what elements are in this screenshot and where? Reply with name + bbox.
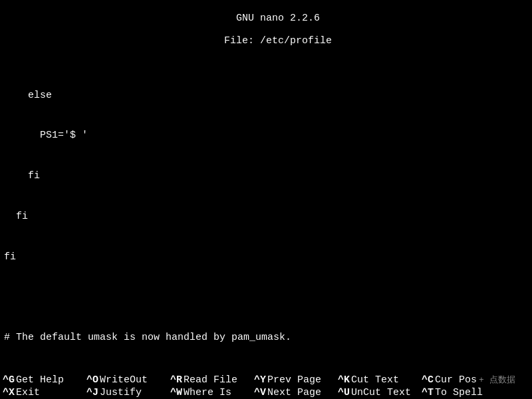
shortcut-next-page[interactable]: ^V Next Page — [254, 387, 334, 398]
shortcut-where-is[interactable]: ^W Where Is — [170, 387, 250, 398]
shortcut-key-c: ^C — [422, 374, 434, 386]
shortcut-read-file[interactable]: ^R Read File — [170, 374, 250, 386]
shortcut-row-2: ^X Exit ^J Justify ^W Where Is ^V Next P… — [0, 386, 532, 399]
shortcut-label-next-page: Next Page — [267, 387, 321, 398]
shortcut-cur-pos[interactable]: ^C Cur Pos — [422, 374, 475, 386]
status-bar — [0, 362, 532, 373]
file-path: File: /etc/profile — [224, 35, 332, 47]
shortcut-row-1: ^G Get Help ^O WriteOut ^R Read File ^Y … — [0, 373, 532, 386]
shortcut-label-cut-text: Cut Text — [351, 374, 399, 386]
shortcut-justify[interactable]: ^J Justify — [86, 387, 166, 398]
code-line-3: fi — [4, 170, 528, 183]
shortcut-label-uncut-text: UnCut Text — [351, 387, 411, 398]
shortcut-label-to-spell: To Spell — [435, 387, 483, 398]
shortcut-label-where-is: Where Is — [184, 387, 231, 398]
shortcut-label-exit: Exit — [16, 387, 40, 398]
shortcut-prev-page[interactable]: ^Y Prev Page — [254, 374, 334, 386]
shortcut-key-t: ^T — [422, 387, 434, 398]
shortcut-get-help[interactable]: ^G Get Help — [3, 374, 82, 386]
shortcut-writeout[interactable]: ^O WriteOut — [86, 374, 166, 386]
shortcut-key-o: ^O — [86, 374, 98, 386]
code-line-5: fi — [4, 251, 528, 264]
shortcut-label-get-help: Get Help — [16, 374, 64, 386]
shortcut-label-cur-pos: Cur Pos — [435, 374, 477, 386]
shortcut-key-w: ^W — [170, 387, 182, 398]
shortcut-key-u: ^U — [338, 387, 350, 398]
shortcut-label-justify: Justify — [100, 387, 142, 398]
shortcut-key-k: ^K — [338, 374, 350, 386]
code-line-2: PS1='$ ' — [4, 129, 528, 142]
watermark-text: + 点数据 — [479, 374, 515, 386]
shortcut-label-writeout: WriteOut — [100, 374, 148, 386]
code-line-7: # The default umask is now handled by pa… — [4, 331, 528, 344]
shortcut-to-spell[interactable]: ^T To Spell — [422, 387, 483, 398]
title-bar: GNU nano 2.2.6 File: /etc/profile — [0, 0, 532, 59]
watermark-area: + 点数据 — [479, 374, 532, 386]
shortcut-key-r: ^R — [170, 374, 182, 386]
code-line-6 — [4, 291, 528, 304]
shortcut-uncut-text[interactable]: ^U UnCut Text — [338, 387, 418, 398]
shortcut-key-x: ^X — [3, 387, 15, 398]
shortcut-label-prev-page: Prev Page — [267, 374, 321, 386]
shortcut-key-v: ^V — [254, 387, 266, 398]
editor-area[interactable]: else PS1='$ ' fi fi fi # The default uma… — [0, 59, 532, 362]
code-line-1: else — [4, 89, 528, 102]
nano-version: GNU nano 2.2.6 — [236, 13, 320, 24]
shortcut-label-read-file: Read File — [184, 374, 237, 386]
shortcut-key-g: ^G — [3, 374, 15, 386]
shortcut-key-j: ^J — [86, 387, 98, 398]
shortcut-exit[interactable]: ^X Exit — [3, 387, 82, 398]
code-line-4: fi — [4, 210, 528, 223]
shortcut-key-y: ^Y — [254, 374, 266, 386]
app: GNU nano 2.2.6 File: /etc/profile else P… — [0, 0, 532, 399]
title-spacer — [248, 24, 308, 35]
shortcut-cut-text[interactable]: ^K Cut Text — [338, 374, 418, 386]
